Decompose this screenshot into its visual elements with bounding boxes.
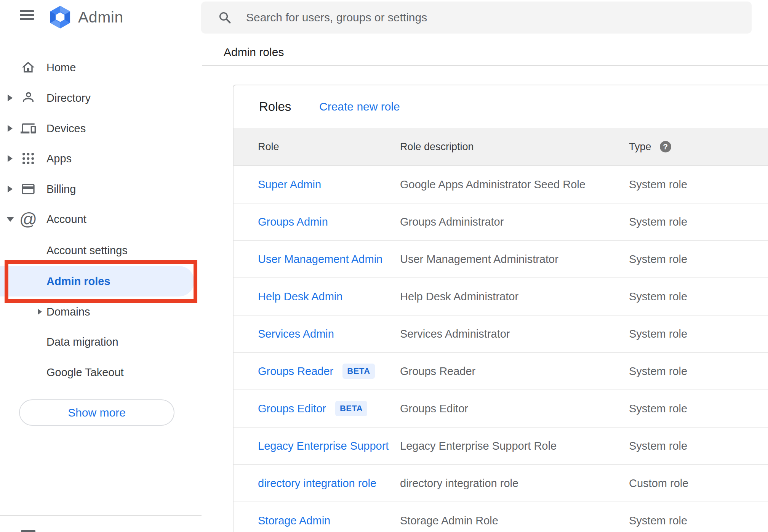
expand-arrow-icon[interactable] xyxy=(8,186,13,192)
table-row: User Management Admin User Management Ad… xyxy=(234,241,768,278)
sidebar-item-label: Data migration xyxy=(46,336,118,348)
sidebar-item-label: Google Takeout xyxy=(46,366,124,379)
table-row: Help Desk Admin Help Desk Administrator … xyxy=(234,278,768,316)
expand-arrow-icon[interactable] xyxy=(8,155,13,162)
home-icon xyxy=(21,60,36,75)
expand-arrow-icon[interactable] xyxy=(38,309,42,315)
role-type: System role xyxy=(629,290,687,303)
collapse-arrow-icon[interactable] xyxy=(6,217,14,222)
sidebar-item-label: Devices xyxy=(46,122,86,135)
sidebar-item-domains[interactable]: Domains xyxy=(0,296,202,327)
role-type: System role xyxy=(629,178,687,191)
role-type: Custom role xyxy=(629,477,688,490)
apps-grid-icon xyxy=(21,151,36,166)
sidebar-item-label: Apps xyxy=(46,152,72,165)
search-input[interactable]: Search for users, groups or settings xyxy=(201,2,752,34)
table-header-row: Role Role description Type ? xyxy=(234,128,768,166)
sidebar-item-label: Account settings xyxy=(46,244,128,257)
sidebar-item-label: Account xyxy=(46,213,86,226)
column-header-type: Type xyxy=(629,141,651,153)
role-type: System role xyxy=(629,514,687,527)
role-link[interactable]: directory integration role xyxy=(258,477,376,490)
role-link[interactable]: Groups Reader xyxy=(258,365,333,378)
clipped-bottom-icon xyxy=(21,530,35,532)
sidebar-item-home[interactable]: Home xyxy=(0,52,202,83)
column-header-role-description: Role description xyxy=(400,141,474,153)
search-placeholder: Search for users, groups or settings xyxy=(246,11,427,24)
sidebar-item-admin-roles[interactable]: Admin roles xyxy=(0,266,194,296)
table-row: Groups Admin Groups Administrator System… xyxy=(234,204,768,241)
expand-arrow-icon[interactable] xyxy=(8,125,13,132)
expand-arrow-icon[interactable] xyxy=(8,95,13,101)
beta-badge: BETA xyxy=(335,401,367,416)
menu-icon[interactable] xyxy=(20,10,34,21)
sidebar-item-label: Domains xyxy=(46,306,90,318)
page-title: Roles xyxy=(259,85,291,128)
sidebar-item-google-takeout[interactable]: Google Takeout xyxy=(0,357,202,388)
table-row: Storage Admin Storage Admin Role System … xyxy=(234,502,768,532)
table-row: directory integration role directory int… xyxy=(234,465,768,502)
sidebar-bottom-divider xyxy=(0,515,202,516)
role-description: Help Desk Administrator xyxy=(400,290,518,303)
devices-icon xyxy=(21,121,36,136)
person-icon xyxy=(21,90,36,106)
role-description: Services Administrator xyxy=(400,328,510,340)
roles-card: Roles Create new role Role Role descript… xyxy=(233,85,768,532)
role-link[interactable]: Legacy Enterprise Support xyxy=(258,440,389,452)
sidebar-item-label: Billing xyxy=(46,183,76,195)
help-icon[interactable]: ? xyxy=(660,141,671,152)
search-icon xyxy=(218,11,232,24)
role-type: System role xyxy=(629,253,687,266)
role-type: System role xyxy=(629,365,687,378)
credit-card-icon xyxy=(21,181,36,197)
sidebar-item-data-migration[interactable]: Data migration xyxy=(0,327,202,357)
beta-badge: BETA xyxy=(342,364,374,379)
role-link[interactable]: User Management Admin xyxy=(258,253,382,266)
role-description: Legacy Enterprise Support Role xyxy=(400,440,557,452)
role-link[interactable]: Services Admin xyxy=(258,328,334,340)
header-divider xyxy=(202,65,768,66)
role-type: System role xyxy=(629,328,687,340)
sidebar-item-account-settings[interactable]: Account settings xyxy=(0,235,202,266)
sidebar-item-directory[interactable]: Directory xyxy=(0,83,202,113)
table-row: Groups Editor BETA Groups Editor System … xyxy=(234,390,768,428)
admin-console-page: Admin Search for users, groups or settin… xyxy=(0,0,768,532)
role-description: Groups Reader xyxy=(400,365,475,378)
table-row: Services Admin Services Administrator Sy… xyxy=(234,316,768,353)
role-description: User Management Administrator xyxy=(400,253,558,266)
role-link[interactable]: Super Admin xyxy=(258,178,321,191)
role-link[interactable]: Groups Editor xyxy=(258,402,326,415)
role-description: directory integration role xyxy=(400,477,518,490)
role-link[interactable]: Help Desk Admin xyxy=(258,290,342,303)
role-description: Groups Editor xyxy=(400,402,468,415)
role-description: Google Apps Administrator Seed Role xyxy=(400,178,586,191)
breadcrumb: Admin roles xyxy=(224,46,284,59)
sidebar-item-label: Directory xyxy=(46,92,91,104)
role-type: System role xyxy=(629,440,687,452)
sidebar-item-devices[interactable]: Devices xyxy=(0,113,202,144)
table-row: Groups Reader BETA Groups Reader System … xyxy=(234,353,768,390)
sidebar-item-billing[interactable]: Billing xyxy=(0,174,202,204)
role-description: Storage Admin Role xyxy=(400,514,498,527)
role-link[interactable]: Groups Admin xyxy=(258,216,328,228)
column-header-role: Role xyxy=(258,141,279,153)
table-row: Super Admin Google Apps Administrator Se… xyxy=(234,166,768,204)
table-row: Legacy Enterprise Support Legacy Enterpr… xyxy=(234,428,768,465)
role-description: Groups Administrator xyxy=(400,216,504,228)
sidebar-item-label: Admin roles xyxy=(46,275,110,288)
role-type: System role xyxy=(629,402,687,415)
show-more-button[interactable]: Show more xyxy=(19,399,174,426)
role-type: System role xyxy=(629,216,687,228)
sidebar-item-account[interactable]: @ Account xyxy=(0,204,202,234)
app-logo: Admin xyxy=(48,5,123,29)
roles-card-header: Roles Create new role xyxy=(234,85,768,128)
at-sign-icon: @ xyxy=(21,212,36,227)
admin-hexagon-logo-icon xyxy=(48,5,72,29)
role-link[interactable]: Storage Admin xyxy=(258,514,330,527)
create-new-role-link[interactable]: Create new role xyxy=(319,85,400,128)
sidebar-item-label: Home xyxy=(46,61,76,74)
sidebar-item-apps[interactable]: Apps xyxy=(0,143,202,174)
app-title: Admin xyxy=(78,8,123,26)
